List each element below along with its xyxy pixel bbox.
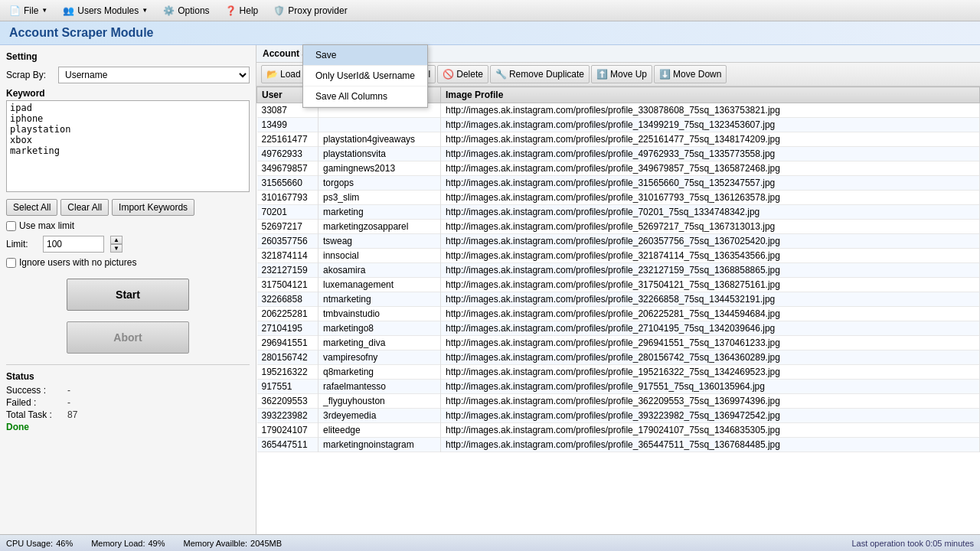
table-row[interactable]: 321874114innsocialhttp://images.ak.insta…	[257, 249, 980, 263]
cell-image: http://images.ak.instagram.com/profiles/…	[441, 220, 980, 234]
save-dropdown-menu: Save Only UserId& Username Save All Colu…	[302, 45, 428, 108]
cell-username: _flyguyhouston	[318, 394, 441, 409]
table-row[interactable]: 310167793ps3_slimhttp://images.ak.instag…	[257, 191, 980, 205]
table-row[interactable]: 27104195marketingo8http://images.ak.inst…	[257, 321, 980, 336]
data-table: User Username Image Profile 33087http://…	[256, 86, 980, 452]
menu-bar: 📄 File ▼ 👥 Users Modules ▼ ⚙️ Options ❓ …	[0, 0, 980, 21]
clear-all-button[interactable]: Clear All	[60, 199, 109, 216]
cell-user: 362209553	[257, 394, 318, 409]
move-down-label: Move Down	[673, 69, 721, 80]
scrap-by-row: Scrap By: Username Hashtag Location	[6, 67, 250, 83]
cell-image: http://images.ak.instagram.com/profiles/…	[441, 438, 980, 452]
table-row[interactable]: 296941551marketing_divahttp://images.ak.…	[257, 336, 980, 350]
table-row[interactable]: 206225281tmbvainstudiohttp://images.ak.i…	[257, 307, 980, 321]
status-failed-row: Failed : -	[6, 397, 250, 408]
col-header-image: Image Profile	[441, 87, 980, 103]
help-icon: ❓	[225, 5, 237, 16]
cell-user: 393223982	[257, 409, 318, 423]
cell-image: http://images.ak.instagram.com/profiles/…	[441, 394, 980, 409]
left-panel: Setting Scrap By: Username Hashtag Locat…	[0, 45, 256, 534]
ignore-no-pics-label: Ignore users with no pictures	[19, 257, 136, 268]
page-title: Account Scraper Module	[9, 26, 153, 39]
menu-proxy[interactable]: 🛡️ Proxy provider	[270, 4, 350, 18]
table-row[interactable]: 3932239823rdeyemediahttp://images.ak.ins…	[257, 409, 980, 423]
table-row[interactable]: 49762933playstationsvitahttp://images.ak…	[257, 147, 980, 161]
cell-user: 232127159	[257, 263, 318, 278]
cell-user: 317504121	[257, 278, 318, 292]
cell-user: 321874114	[257, 249, 318, 263]
cell-username: 3rdeyemedia	[318, 409, 441, 423]
cell-user: 349679857	[257, 161, 318, 176]
abort-button[interactable]: Abort	[67, 321, 189, 354]
use-max-limit-row: Use max limit	[6, 220, 250, 231]
last-operation: Last operation took 0:05 minutes	[851, 539, 974, 548]
load-icon: 📂	[266, 69, 278, 80]
keyword-textarea[interactable]: ipad iphone playstation xbox marketing	[6, 100, 250, 192]
cell-user: 179024107	[257, 423, 318, 438]
ignore-no-pics-checkbox[interactable]	[6, 258, 16, 268]
table-row[interactable]: 349679857gamingnews2013http://images.ak.…	[257, 161, 980, 176]
start-button[interactable]: Start	[67, 279, 189, 311]
right-panel: Account Scraper Manager 📂 Load ▼ 💾 Save …	[256, 45, 980, 534]
menu-help-label: Help	[240, 5, 259, 16]
move-up-label: Move Up	[610, 69, 647, 80]
memory-avail-value: 2045MB	[250, 539, 282, 548]
limit-down-button[interactable]: ▼	[110, 244, 122, 253]
save-option-save[interactable]: Save	[303, 45, 427, 66]
save-option-userid-username[interactable]: Only UserId& Username	[303, 66, 427, 86]
import-keywords-button[interactable]: Import Keywords	[112, 199, 194, 216]
done-label: Done	[6, 422, 250, 432]
menu-options[interactable]: ⚙️ Options	[160, 4, 212, 18]
cell-username: playstation4giveaways	[318, 132, 441, 147]
table-row[interactable]: 13499http://images.ak.instagram.com/prof…	[257, 118, 980, 132]
cell-image: http://images.ak.instagram.com/profiles/…	[441, 147, 980, 161]
table-row[interactable]: 917551rafaelmantessohttp://images.ak.ins…	[257, 380, 980, 394]
cell-image: http://images.ak.instagram.com/profiles/…	[441, 336, 980, 350]
table-row[interactable]: 179024107eliteedgehttp://images.ak.insta…	[257, 423, 980, 438]
failed-value: -	[67, 397, 70, 408]
table-row[interactable]: 32266858ntmarketinghttp://images.ak.inst…	[257, 292, 980, 307]
table-row[interactable]: 31565660torgopshttp://images.ak.instagra…	[257, 176, 980, 191]
cell-image: http://images.ak.instagram.com/profiles/…	[441, 263, 980, 278]
limit-up-button[interactable]: ▲	[110, 236, 122, 244]
menu-file[interactable]: 📄 File ▼	[6, 4, 51, 18]
cell-image: http://images.ak.instagram.com/profiles/…	[441, 409, 980, 423]
save-option-all-columns[interactable]: Save All Columns	[303, 86, 427, 107]
cell-image: http://images.ak.instagram.com/profiles/…	[441, 132, 980, 147]
menu-help[interactable]: ❓ Help	[222, 4, 262, 18]
remove-dup-icon: 🔧	[495, 69, 507, 80]
cell-username: gamingnews2013	[318, 161, 441, 176]
cell-image: http://images.ak.instagram.com/profiles/…	[441, 380, 980, 394]
table-row[interactable]: 260357756tsweaghttp://images.ak.instagra…	[257, 234, 980, 249]
use-max-limit-checkbox[interactable]	[6, 221, 16, 231]
cell-image: http://images.ak.instagram.com/profiles/…	[441, 249, 980, 263]
delete-button[interactable]: 🚫 Delete	[437, 65, 488, 83]
table-row[interactable]: 280156742vampiresofnyhttp://images.ak.in…	[257, 350, 980, 365]
menu-users-modules[interactable]: 👥 Users Modules ▼	[60, 4, 151, 18]
cell-image: http://images.ak.instagram.com/profiles/…	[441, 278, 980, 292]
remove-dup-button[interactable]: 🔧 Remove Duplicate	[490, 65, 590, 83]
scrap-by-select[interactable]: Username Hashtag Location	[58, 67, 250, 83]
table-row[interactable]: 52697217marketingzosapparelhttp://images…	[257, 220, 980, 234]
table-row[interactable]: 365447511marketingnoinstagramhttp://imag…	[257, 438, 980, 452]
cell-image: http://images.ak.instagram.com/profiles/…	[441, 118, 980, 132]
cell-user: 31565660	[257, 176, 318, 191]
table-row[interactable]: 225161477playstation4giveawayshttp://ima…	[257, 132, 980, 147]
table-row[interactable]: 195216322q8marketinghttp://images.ak.ins…	[257, 365, 980, 380]
cpu-label: CPU Usage:	[6, 539, 53, 548]
table-row[interactable]: 317504121luxemanagementhttp://images.ak.…	[257, 278, 980, 292]
move-up-button[interactable]: ⬆️ Move Up	[591, 65, 652, 83]
failed-label: Failed :	[6, 397, 67, 408]
cell-username: marketing_diva	[318, 336, 441, 350]
select-all-keywords-button[interactable]: Select All	[6, 199, 57, 216]
limit-input[interactable]	[43, 236, 104, 253]
memory-load-item: Memory Load: 49%	[91, 539, 165, 548]
success-label: Success :	[6, 385, 67, 396]
table-row[interactable]: 70201marketinghttp://images.ak.instagram…	[257, 205, 980, 220]
cell-image: http://images.ak.instagram.com/profiles/…	[441, 350, 980, 365]
move-down-button[interactable]: ⬇️ Move Down	[654, 65, 727, 83]
table-row[interactable]: 232127159akosamirahttp://images.ak.insta…	[257, 263, 980, 278]
table-row[interactable]: 362209553_flyguyhoustonhttp://images.ak.…	[257, 394, 980, 409]
keyword-label: Keyword	[6, 88, 250, 99]
cpu-usage-item: CPU Usage: 46%	[6, 539, 73, 548]
